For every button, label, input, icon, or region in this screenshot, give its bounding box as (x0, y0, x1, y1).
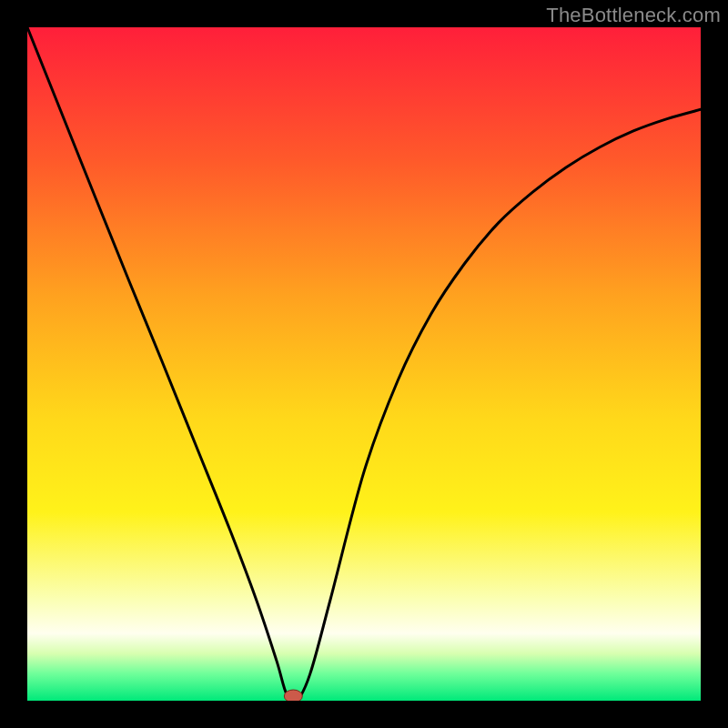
minimum-marker (284, 690, 302, 701)
chart-frame: TheBottleneck.com (0, 0, 728, 728)
gradient-background (27, 27, 701, 701)
plot-area (27, 27, 701, 701)
attribution-label: TheBottleneck.com (546, 4, 721, 27)
bottleneck-chart (27, 27, 701, 701)
